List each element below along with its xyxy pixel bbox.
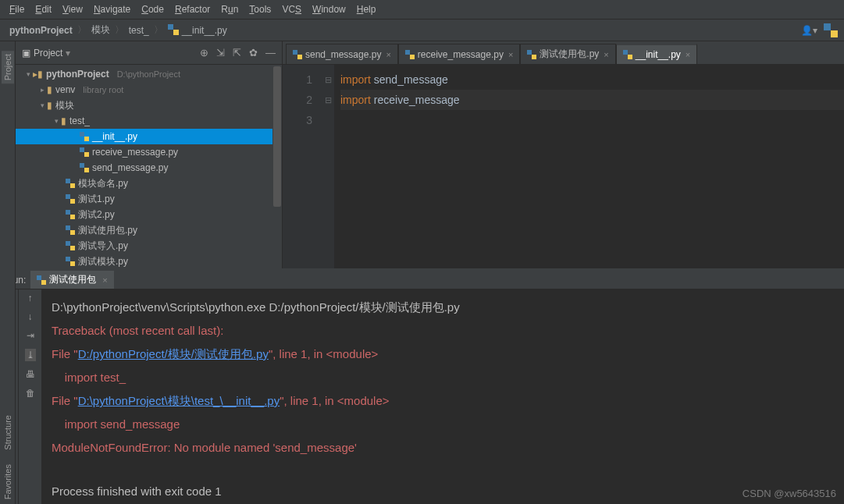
line-gutter: 1 2 3 — [283, 65, 322, 268]
user-icon[interactable]: 👤▾ — [801, 25, 817, 36]
crumb-root[interactable]: pythonProject — [6, 25, 76, 36]
left-tool-stripe-bottom: Favorites Structure — [0, 268, 16, 504]
tree-file-receive[interactable]: receive_message.py — [16, 144, 282, 160]
menu-view[interactable]: View — [58, 2, 87, 16]
menu-code[interactable]: Code — [137, 2, 169, 16]
close-icon[interactable]: × — [604, 50, 608, 59]
left-tool-stripe: Project — [0, 41, 16, 268]
collapse-icon[interactable]: ⇱ — [233, 47, 241, 59]
tree-scrollbar[interactable] — [273, 66, 281, 207]
hide-icon[interactable]: — — [265, 47, 276, 59]
svg-rect-19 — [70, 246, 75, 250]
close-icon[interactable]: × — [102, 275, 107, 285]
svg-rect-10 — [66, 179, 70, 183]
up-icon[interactable]: ↑ — [28, 293, 33, 303]
svg-rect-2 — [824, 23, 831, 30]
tree-file-mod3[interactable]: 测试使用包.py — [16, 222, 282, 238]
svg-rect-24 — [405, 50, 410, 55]
project-tree[interactable]: ▾▸▮pythonProjectD:\pythonProject ▸▮venvl… — [16, 65, 282, 268]
menu-vcs[interactable]: VCS — [277, 2, 306, 16]
breadcrumb: pythonProject 〉 模块 〉 test_ 〉 __init__.py… — [0, 19, 844, 41]
console-line: Process finished with exit code 1 — [52, 480, 835, 503]
tree-test[interactable]: ▾▮test_ — [16, 113, 282, 129]
svg-rect-9 — [84, 168, 89, 172]
project-tool-tab[interactable]: Project — [2, 51, 14, 83]
svg-rect-5 — [84, 137, 89, 141]
wrap-icon[interactable]: ⇥ — [27, 330, 34, 341]
close-icon[interactable]: × — [386, 50, 390, 59]
svg-rect-16 — [66, 225, 70, 230]
tab-init[interactable]: __init__.py× — [616, 44, 697, 64]
menu-bar: File Edit View Navigate Code Refactor Ru… — [0, 0, 844, 19]
tree-root[interactable]: ▾▸▮pythonProjectD:\pythonProject — [16, 66, 282, 82]
console-output[interactable]: D:\pythonProject\venv\Scripts\python.exe… — [42, 289, 844, 504]
print-icon[interactable]: 🖶 — [26, 369, 35, 380]
code-editor[interactable]: 1 2 3 ⊟⊟ import send_message import rece… — [283, 65, 844, 268]
tree-file-mod1[interactable]: 测试1.py — [16, 191, 282, 207]
tree-mod[interactable]: ▾▮模块 — [16, 98, 282, 113]
tree-file-mod4[interactable]: 测试导入.py — [16, 238, 282, 254]
crumb-mod[interactable]: 模块 — [88, 23, 113, 37]
menu-refactor[interactable]: Refactor — [170, 2, 215, 16]
favorites-tool-tab[interactable]: Favorites — [3, 464, 12, 499]
svg-rect-7 — [84, 152, 89, 157]
run-config-tab[interactable]: 测试使用包× — [30, 271, 113, 289]
trash-icon[interactable]: 🗑 — [26, 388, 35, 399]
svg-rect-8 — [80, 163, 84, 168]
settings-icon[interactable]: ✿ — [249, 47, 258, 59]
file-link[interactable]: D:\pythonProject\模块\test_\__init__.py — [78, 394, 280, 407]
python-logo-icon — [824, 23, 838, 37]
crumb-file[interactable]: __init__.py — [165, 24, 230, 36]
editor-tabs: send_message.py× receive_message.py× 测试使… — [283, 41, 844, 65]
console-line: import test_ — [52, 366, 835, 389]
tree-file-send[interactable]: send_message.py — [16, 160, 282, 176]
close-icon[interactable]: × — [686, 50, 690, 59]
tree-file-mod0[interactable]: 模块命名.py — [16, 176, 282, 191]
crumb-test[interactable]: test_ — [126, 25, 152, 36]
menu-run[interactable]: Run — [216, 2, 243, 16]
scroll-icon[interactable]: ⤓ — [25, 349, 36, 361]
expand-icon[interactable]: ⇲ — [216, 47, 225, 59]
svg-rect-25 — [410, 55, 415, 59]
structure-tool-tab[interactable]: Structure — [3, 415, 12, 450]
menu-window[interactable]: Window — [308, 2, 351, 16]
project-folder-icon: ▣ — [22, 48, 30, 59]
svg-rect-29 — [628, 55, 632, 59]
svg-rect-21 — [70, 261, 75, 266]
tree-file-mod2[interactable]: 测试2.py — [16, 207, 282, 222]
svg-rect-11 — [70, 183, 75, 188]
menu-file[interactable]: File — [5, 2, 29, 16]
down2-icon[interactable]: ↓ — [28, 311, 33, 322]
svg-rect-3 — [831, 30, 838, 37]
close-icon[interactable]: × — [508, 50, 513, 59]
console-line: File "D:/pythonProject/模块/测试使用包.py", lin… — [52, 343, 835, 366]
menu-edit[interactable]: Edit — [30, 2, 56, 16]
menu-tools[interactable]: Tools — [244, 2, 276, 16]
locate-icon[interactable]: ⊕ — [200, 47, 208, 59]
project-panel: ▣ Project ▾ ⊕ ⇲ ⇱ ✿ — ▾▸▮pythonProjectD:… — [16, 41, 283, 268]
tab-send[interactable]: send_message.py× — [286, 44, 398, 64]
svg-rect-22 — [293, 50, 297, 55]
tree-file-mod5[interactable]: 测试模块.py — [16, 254, 282, 268]
console-line: D:\pythonProject\venv\Scripts\python.exe… — [52, 296, 835, 319]
file-link[interactable]: D:/pythonProject/模块/测试使用包.py — [78, 347, 269, 360]
fold-gutter[interactable]: ⊟⊟ — [322, 65, 334, 268]
tab-testpkg[interactable]: 测试使用包.py× — [520, 44, 615, 64]
watermark: CSDN @xw5643516 — [743, 488, 836, 499]
svg-rect-26 — [527, 50, 532, 55]
svg-rect-0 — [168, 24, 173, 30]
tab-receive[interactable]: receive_message.py× — [398, 44, 521, 64]
project-dropdown-icon[interactable]: ▾ — [66, 48, 70, 59]
console-line: File "D:\pythonProject\模块\test_\__init__… — [52, 389, 835, 413]
run-toolbar-2: ↑ ↓ ⇥ ⤓ 🖶 🗑 — [19, 289, 42, 504]
svg-rect-18 — [66, 241, 70, 246]
tree-venv[interactable]: ▸▮venvlibrary root — [16, 82, 282, 98]
svg-rect-4 — [80, 132, 84, 137]
project-title[interactable]: Project — [34, 48, 62, 59]
svg-rect-20 — [66, 257, 70, 261]
menu-help[interactable]: Help — [352, 2, 381, 16]
svg-rect-15 — [70, 215, 75, 219]
console-line: import send_message — [52, 413, 835, 436]
tree-file-init[interactable]: __init__.py — [16, 129, 282, 144]
menu-navigate[interactable]: Navigate — [89, 2, 135, 16]
